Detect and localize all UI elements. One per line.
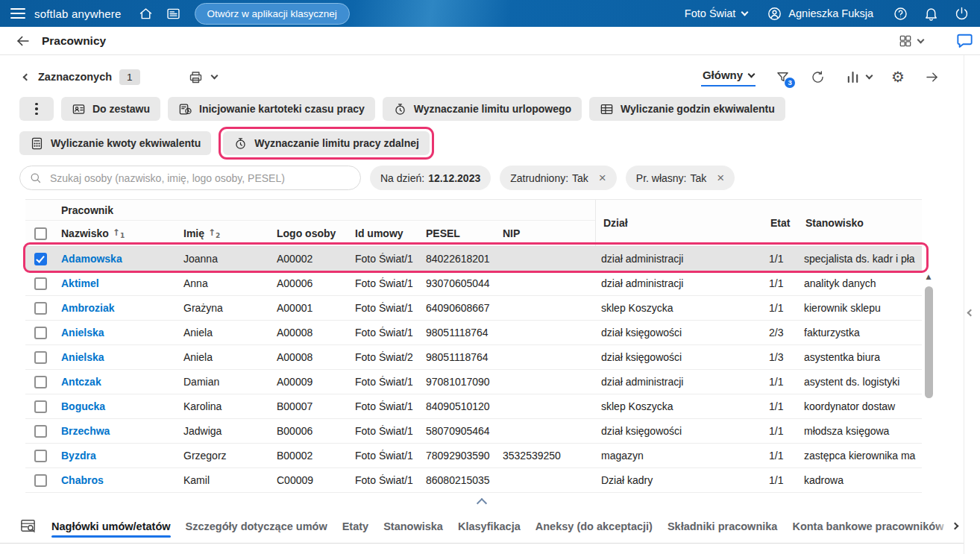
table-row[interactable]: AktimelAnnaA00006Foto Świat/193070605044… — [25, 271, 922, 296]
column-header-etat[interactable]: Etat — [763, 200, 798, 246]
cell-nazwisko[interactable]: Ambroziak — [55, 302, 178, 314]
open-classic-button[interactable]: Otwórz w aplikacji klasycznej — [195, 3, 350, 25]
table-header: Pracownik Nazwisko↑1Imię↑2Logo osobyId u… — [25, 199, 922, 247]
cell-nazwisko[interactable]: Aktimel — [55, 277, 178, 289]
cell-nazwisko[interactable]: Brzechwa — [55, 425, 178, 437]
bottom-tab[interactable]: Etaty — [342, 511, 368, 542]
arrow-right-icon[interactable] — [924, 69, 940, 85]
close-icon[interactable]: × — [599, 171, 606, 184]
cell-etat: 1/1 — [763, 450, 798, 462]
cell-nazwisko[interactable]: Anielska — [55, 327, 178, 339]
cell-dzial: dział administracji — [595, 253, 763, 265]
row-checkbox[interactable] — [34, 327, 47, 339]
bottom-tab[interactable]: Nagłówki umów/etatów — [51, 511, 171, 542]
filter-chip[interactable]: Pr. własny:Tak× — [626, 166, 735, 190]
print-menu[interactable] — [188, 69, 217, 85]
cell-stanowisko: młodsza księgowa — [798, 425, 922, 437]
cell-nazwisko[interactable]: Adamowska — [55, 253, 178, 265]
bottom-tab[interactable]: Konta bankowe pracowników — [792, 511, 943, 542]
help-icon[interactable] — [893, 6, 908, 22]
table-row[interactable]: AmbroziakGrażynaA00001Foto Świat/1640906… — [25, 296, 922, 321]
action-button[interactable]: Wyznaczanie limitu urlopowego — [383, 97, 582, 121]
table-search-icon[interactable] — [19, 517, 37, 535]
row-checkbox[interactable] — [34, 253, 47, 265]
table-row[interactable]: ByzdraGrzegorzB00002Foto Świat/178092903… — [25, 444, 922, 468]
tabs-scroll-right[interactable] — [936, 509, 964, 543]
action-button[interactable]: Do zestawu — [61, 97, 160, 121]
cell-nazwisko[interactable]: Chabros — [55, 474, 178, 486]
chevron-up-icon[interactable] — [477, 498, 487, 509]
cell-nazwisko[interactable]: Anielska — [55, 351, 178, 363]
cell-nazwisko[interactable]: Antczak — [55, 376, 178, 388]
cell-nazwisko[interactable]: Bogucka — [55, 400, 178, 412]
more-actions-kebab-button[interactable] — [19, 97, 54, 121]
row-checkbox[interactable] — [34, 474, 47, 487]
bottom-tab[interactable]: Szczegóły dotyczące umów — [186, 511, 327, 542]
user-menu[interactable]: Agnieszka Fuksja — [767, 6, 873, 22]
gear-icon[interactable]: ⚙ — [891, 69, 905, 84]
cell-nazwisko[interactable]: Byzdra — [55, 450, 178, 462]
column-header-id_umowy[interactable]: Id umowy — [349, 227, 420, 239]
table-row[interactable]: AnielskaAnielaA00008Foto Świat/198051118… — [25, 321, 922, 345]
column-header-nip[interactable]: NIP — [497, 227, 595, 239]
row-checkbox[interactable] — [34, 400, 47, 413]
company-selector[interactable]: Foto Świat — [685, 7, 748, 19]
action-button[interactable]: Wyliczanie kwoty ekwiwalentu — [19, 131, 211, 155]
row-checkbox[interactable] — [34, 425, 47, 438]
refresh-icon[interactable] — [810, 69, 826, 85]
row-checkbox[interactable] — [34, 302, 47, 315]
close-icon[interactable]: × — [717, 171, 724, 184]
chat-icon[interactable] — [955, 31, 974, 53]
table-row[interactable]: BoguckaKarolinaB00007Foto Świat/18409051… — [25, 394, 922, 419]
action-button[interactable]: Inicjowanie kartoteki czasu pracy — [168, 97, 375, 121]
view-selector[interactable]: Główny — [701, 67, 756, 86]
filter-chip[interactable]: Zatrudniony:Tak× — [500, 166, 617, 190]
column-header-imie[interactable]: Imię↑2 — [178, 227, 271, 239]
back-button[interactable] — [15, 33, 31, 49]
notifications-bell-icon[interactable] — [923, 6, 939, 22]
layout-switcher[interactable] — [898, 34, 923, 48]
menu-icon[interactable] — [10, 8, 25, 19]
table-row[interactable]: ChabrosKamilC00009Foto Świat/18608021503… — [25, 468, 922, 493]
person-badge-icon — [72, 102, 86, 116]
date-filter-chip[interactable]: Na dzień: 12.12.2023 — [370, 166, 491, 190]
bottom-tab[interactable]: Składniki pracownika — [668, 511, 777, 542]
home-icon[interactable] — [138, 6, 154, 22]
column-header-pesel[interactable]: PESEL — [420, 227, 497, 239]
cell-dzial: magazyn — [595, 450, 763, 462]
power-icon[interactable] — [954, 6, 970, 22]
column-header-nazwisko[interactable]: Nazwisko↑1 — [55, 227, 178, 239]
scroll-up-arrow-icon[interactable]: ▲ — [923, 273, 934, 280]
select-all-checkbox[interactable] — [34, 227, 47, 240]
panel-collapse-handle[interactable] — [968, 305, 973, 318]
calculator-icon — [30, 136, 44, 151]
collapse-selection-chevron-icon[interactable] — [23, 73, 31, 81]
column-header-dzial[interactable]: Dział — [595, 200, 763, 246]
column-header-stanowisko[interactable]: Stanowisko — [798, 200, 922, 246]
table-scrollbar[interactable]: ▲ — [923, 246, 934, 492]
table-row[interactable]: BrzechwaJadwigaB00006Foto Świat/15807090… — [25, 419, 922, 444]
action-button[interactable]: Wyliczanie godzin ekwiwalentu — [589, 97, 785, 121]
bottom-tab[interactable]: Klasyfikacja — [458, 511, 521, 542]
analysis-menu[interactable] — [845, 69, 872, 85]
news-icon[interactable] — [166, 6, 181, 22]
cell-dzial: sklep Koszycka — [595, 302, 763, 314]
cell-stanowisko: asystentka biura — [798, 351, 922, 363]
row-checkbox[interactable] — [34, 277, 47, 290]
table-row[interactable]: AnielskaAnielaA00008Foto Świat/298051118… — [25, 345, 922, 370]
table-row[interactable]: AdamowskaJoannaA00002Foto Świat/18402261… — [25, 247, 922, 271]
chevron-down-icon — [748, 70, 756, 78]
table-row[interactable]: AntczakDamianA00009Foto Świat/1970810170… — [25, 370, 922, 394]
filter-button[interactable]: 3 — [775, 69, 791, 85]
cell-pesel: 78092903590 — [420, 450, 497, 462]
bottom-tab[interactable]: Stanowiska — [383, 511, 443, 542]
row-checkbox[interactable] — [34, 376, 47, 388]
row-checkbox[interactable] — [34, 450, 47, 462]
action-button[interactable]: Wyznaczanie limitu pracy zdalnej — [223, 131, 430, 155]
row-checkbox[interactable] — [34, 351, 47, 364]
column-label: NIP — [503, 227, 520, 239]
bottom-tab[interactable]: Aneksy (do akceptacji) — [535, 511, 653, 542]
search-input[interactable] — [19, 166, 361, 190]
scrollbar-thumb[interactable] — [925, 286, 933, 398]
column-header-logo[interactable]: Logo osoby — [271, 227, 349, 239]
